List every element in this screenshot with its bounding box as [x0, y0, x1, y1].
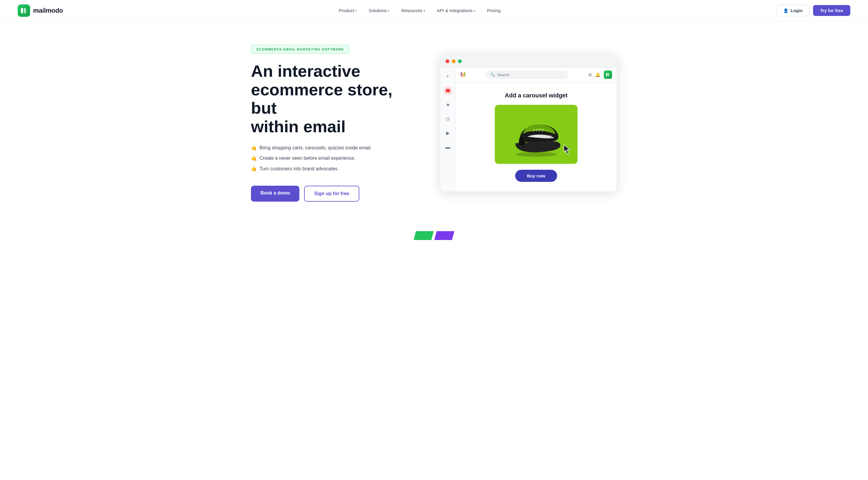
logo-link[interactable]: mailmodo — [18, 4, 63, 17]
mockup-titlebar — [440, 55, 617, 68]
hero-cta-group: Book a demo Sign up for free — [251, 186, 422, 202]
nav-link-solutions[interactable]: Solutions ▾ — [364, 6, 394, 15]
svg-rect-0 — [21, 8, 23, 13]
sidebar-star-icon[interactable]: ★ — [444, 101, 452, 109]
chevron-down-icon: ▾ — [388, 9, 390, 12]
nav-links: Product ▾ Solutions ▾ Resources ▾ API & … — [334, 6, 505, 15]
gmail-toolbar-icons: ⊞ 🔔 — [588, 70, 612, 79]
svg-rect-1 — [24, 8, 26, 13]
chevron-down-icon: ▾ — [474, 9, 475, 12]
svg-rect-2 — [23, 9, 24, 10]
mockup-body: + ★ ◷ ▶ ▬ M — [440, 68, 617, 192]
nav-item-product: Product ▾ — [334, 6, 362, 15]
svg-rect-4 — [606, 73, 607, 76]
svg-point-7 — [516, 152, 557, 157]
sidebar-trash-icon[interactable]: ▬ — [444, 143, 452, 152]
svg-rect-6 — [607, 74, 608, 75]
sidebar-clock-icon[interactable]: ◷ — [444, 115, 452, 123]
hero-badge: ECOMMERCE EMAIL MARKETING SOFTWARE — [251, 45, 349, 54]
bell-icon: 🔔 — [595, 72, 600, 77]
shape-purple — [434, 231, 454, 240]
sneaker-illustration — [507, 111, 566, 158]
mailmodo-mini-logo — [604, 70, 612, 79]
titlebar-dot-red — [445, 59, 450, 63]
carousel-widget-title: Add a carousel widget — [505, 92, 567, 99]
search-icon: 🔍 — [490, 73, 495, 77]
cursor-overlay — [563, 145, 571, 156]
try-for-free-button[interactable]: Try for free — [813, 5, 850, 16]
titlebar-dot-green — [458, 59, 462, 63]
decoration-shapes — [415, 231, 453, 240]
hero-left-column: ECOMMERCE EMAIL MARKETING SOFTWARE An in… — [251, 45, 422, 202]
pointing-emoji-1: 🤙 — [251, 145, 257, 152]
nav-link-resources[interactable]: Resources ▾ — [397, 6, 430, 15]
sidebar-inbox-icon[interactable] — [444, 87, 452, 95]
email-content-area: Add a carousel widget — [456, 83, 617, 192]
hero-section: ECOMMERCE EMAIL MARKETING SOFTWARE An in… — [227, 21, 641, 219]
nav-actions: 👤 Login Try for free — [776, 5, 850, 16]
titlebar-dot-yellow — [452, 59, 456, 63]
signup-free-button[interactable]: Sign up for free — [304, 186, 359, 202]
logo-text: mailmodo — [33, 7, 63, 14]
bullet-item-2: 🤙 Create a never seen before email exper… — [251, 155, 422, 162]
bullet-item-1: 🤙 Bring shopping carts, carousels, quizz… — [251, 145, 422, 152]
svg-rect-3 — [446, 89, 450, 92]
sidebar-send-icon[interactable]: ▶ — [444, 129, 452, 137]
hero-bullets: 🤙 Bring shopping carts, carousels, quizz… — [251, 145, 422, 173]
sidebar-compose-icon[interactable]: + — [444, 72, 452, 81]
pointing-emoji-2: 🤙 — [251, 155, 257, 162]
gmail-sidebar: + ★ ◷ ▶ ▬ — [440, 68, 456, 192]
chevron-down-icon: ▾ — [424, 9, 425, 12]
hero-headline: An interactive ecommerce store, but with… — [251, 62, 422, 136]
gmail-main: M 🔍 Search ⊞ 🔔 — [456, 68, 617, 192]
email-mockup: + ★ ◷ ▶ ▬ M — [440, 55, 617, 192]
book-demo-button[interactable]: Book a demo — [251, 186, 299, 202]
login-button[interactable]: 👤 Login — [776, 5, 810, 16]
hero-right-column: + ★ ◷ ▶ ▬ M — [440, 55, 617, 192]
gmail-logo: M — [460, 71, 466, 78]
nav-item-solutions: Solutions ▾ — [364, 6, 394, 15]
shape-green — [414, 231, 434, 240]
svg-rect-5 — [608, 73, 609, 76]
gmail-toolbar: M 🔍 Search ⊞ 🔔 — [456, 68, 617, 83]
nav-link-product[interactable]: Product ▾ — [334, 6, 362, 15]
gmail-search-bar[interactable]: 🔍 Search — [486, 70, 568, 79]
pointing-emoji-3: 🤙 — [251, 165, 257, 173]
buy-now-button[interactable]: Buy now — [515, 170, 557, 182]
bottom-decoration — [0, 219, 868, 246]
navbar: mailmodo Product ▾ Solutions ▾ Resources… — [0, 0, 868, 21]
bullet-item-3: 🤙 Turn customers into brand advocates. — [251, 165, 422, 173]
nav-item-resources: Resources ▾ — [397, 6, 430, 15]
user-icon: 👤 — [783, 8, 788, 13]
nav-item-pricing: Pricing — [483, 6, 505, 15]
nav-link-api[interactable]: API & Integrations ▾ — [432, 6, 480, 15]
chevron-down-icon: ▾ — [355, 9, 356, 12]
nav-item-api: API & Integrations ▾ — [432, 6, 480, 15]
carousel-image — [495, 105, 578, 164]
grid-icon: ⊞ — [588, 72, 592, 77]
nav-link-pricing[interactable]: Pricing — [483, 6, 505, 15]
logo-icon — [18, 4, 30, 17]
